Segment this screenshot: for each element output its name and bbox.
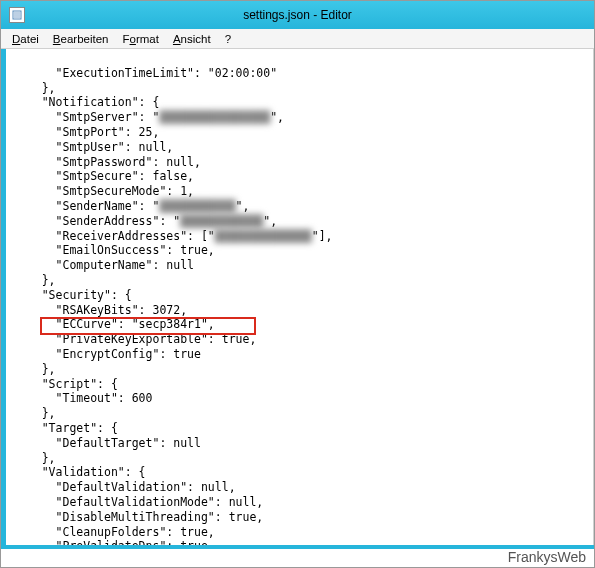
code-line: "ExecutionTimeLimit": "02:00:00" <box>14 66 277 80</box>
code-line: }, <box>14 273 56 287</box>
code-line: "SmtpPassword": null, <box>14 155 201 169</box>
redacted-text: ████████████ <box>180 214 263 228</box>
code-line: }, <box>14 362 56 376</box>
watermark: FrankysWeb <box>508 549 586 565</box>
code-line: "], <box>312 229 333 243</box>
code-line: "ECCurve": "secp384r1", <box>14 317 215 331</box>
menu-help[interactable]: ? <box>218 31 238 47</box>
code-line: "ReceiverAddresses": [" <box>14 229 215 243</box>
redacted-text: ███████████ <box>159 199 235 213</box>
code-line: "RSAKeyBits": 3072, <box>14 303 187 317</box>
code-line: "Script": { <box>14 377 118 391</box>
redacted-text: ████████████████ <box>159 110 270 124</box>
titlebar: settings.json - Editor <box>1 1 594 29</box>
code-line: "SenderAddress": " <box>14 214 180 228</box>
code-line: "DefaultValidationMode": null, <box>14 495 263 509</box>
code-line: "DefaultTarget": null <box>14 436 201 450</box>
code-line: "PrivateKeyExportable": true, <box>14 332 256 346</box>
code-line: "Timeout": 600 <box>14 391 152 405</box>
code-line: "SmtpSecure": false, <box>14 169 194 183</box>
code-line: "Notification": { <box>14 95 159 109</box>
code-line: "SenderName": " <box>14 199 159 213</box>
code-line: }, <box>14 451 56 465</box>
window-bottom-border <box>1 545 594 549</box>
code-line: "SmtpServer": " <box>14 110 159 124</box>
menubar: Datei Bearbeiten Format Ansicht ? <box>1 29 594 49</box>
code-line: "EncryptConfig": true <box>14 347 201 361</box>
menu-file[interactable]: Datei <box>5 31 46 47</box>
code-line: "DisableMultiThreading": true, <box>14 510 263 524</box>
editor-area[interactable]: "ExecutionTimeLimit": "02:00:00" }, "Not… <box>1 49 594 549</box>
code-content[interactable]: "ExecutionTimeLimit": "02:00:00" }, "Not… <box>6 49 593 549</box>
code-line: }, <box>14 81 56 95</box>
menu-format[interactable]: Format <box>116 31 166 47</box>
code-line: "SmtpSecureMode": 1, <box>14 184 194 198</box>
code-line: "Validation": { <box>14 465 146 479</box>
code-line: "DefaultValidation": null, <box>14 480 236 494</box>
code-line: "ComputerName": null <box>14 258 194 272</box>
code-line: ", <box>263 214 277 228</box>
window-title: settings.json - Editor <box>243 8 352 22</box>
code-line: "SmtpPort": 25, <box>14 125 159 139</box>
menu-view[interactable]: Ansicht <box>166 31 218 47</box>
code-line: ", <box>236 199 250 213</box>
menu-edit[interactable]: Bearbeiten <box>46 31 116 47</box>
notepad-icon <box>9 7 25 23</box>
redacted-text: ██████████████ <box>215 229 312 243</box>
code-line: "Target": { <box>14 421 118 435</box>
code-line: }, <box>14 406 56 420</box>
code-line: ", <box>270 110 284 124</box>
code-line: "EmailOnSuccess": true, <box>14 243 215 257</box>
code-line: "Security": { <box>14 288 132 302</box>
code-line: "SmtpUser": null, <box>14 140 173 154</box>
code-line: "CleanupFolders": true, <box>14 525 215 539</box>
